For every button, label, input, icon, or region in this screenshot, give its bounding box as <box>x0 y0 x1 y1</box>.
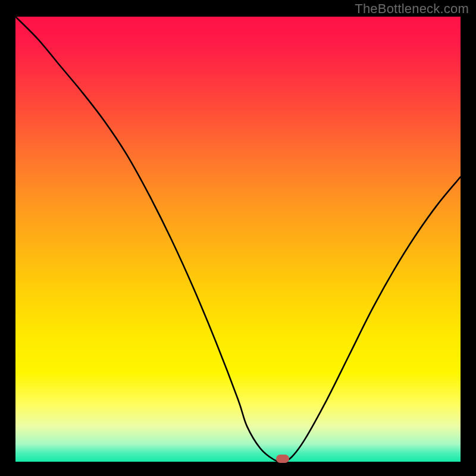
attribution-label: TheBottleneck.com <box>355 1 469 17</box>
plot-area <box>15 17 461 462</box>
chart-frame: TheBottleneck.com <box>0 0 476 476</box>
optimal-point-marker <box>276 455 289 463</box>
bottleneck-curve <box>15 17 461 462</box>
